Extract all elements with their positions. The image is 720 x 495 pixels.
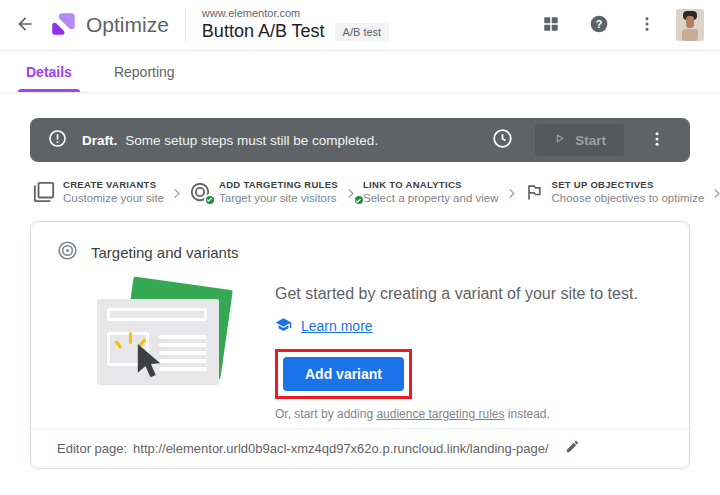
alt-text-prefix: Or, start by adding: [275, 407, 376, 421]
app-header: Optimize www.elementor.com Button A/B Te…: [0, 0, 720, 51]
experiment-type-badge: A/B test: [335, 23, 390, 41]
step-set-up-objectives[interactable]: SET UP OBJECTIVES Choose objectives to o…: [524, 178, 705, 206]
step-title: ADD TARGETING RULES: [219, 178, 338, 192]
alt-text-suffix: instead.: [504, 407, 549, 421]
tab-reporting-label: Reporting: [114, 64, 175, 80]
play-icon: [553, 132, 566, 148]
alert-icon: [48, 129, 67, 152]
header-overflow-menu-button[interactable]: [628, 6, 666, 44]
banner-overflow-menu-button[interactable]: [638, 121, 676, 159]
step-create-variants[interactable]: CREATE VARIANTS Customize your site: [33, 178, 164, 206]
flag-icon: [524, 182, 544, 202]
annotation-highlight-box: Add variant: [275, 349, 412, 399]
schedule-button[interactable]: [483, 121, 521, 159]
back-arrow-icon: [15, 14, 35, 37]
editor-page-footer: Editor page: http://elementor.urld0b9acl…: [31, 428, 689, 468]
chevron-right-icon: [504, 186, 519, 201]
targeting-variants-card: Targeting and variants: [30, 221, 690, 469]
tab-details-label: Details: [26, 64, 72, 80]
learn-more-link[interactable]: Learn more: [301, 318, 373, 334]
editor-page-label: Editor page:: [57, 441, 127, 456]
edit-editor-page-button[interactable]: [563, 437, 582, 459]
app-name: Optimize: [86, 13, 169, 37]
chevron-right-icon: [169, 186, 184, 201]
three-dot-menu-icon: [648, 130, 666, 151]
variant-illustration: [93, 281, 243, 419]
chevron-right-icon: [709, 186, 720, 201]
chevron-right-completed-icon: [343, 186, 358, 201]
header-divider: [185, 8, 186, 42]
editor-page-url: http://elementor.urld0b9acl-xmz4qd97x62o…: [133, 441, 549, 456]
bullseye-icon: [57, 240, 78, 265]
step-title: SET UP OBJECTIVES: [552, 178, 705, 192]
step-subtitle: Select a property and view: [363, 192, 499, 206]
help-icon: ?: [589, 14, 609, 37]
check-badge-icon: [204, 194, 216, 206]
add-variant-button[interactable]: Add variant: [283, 357, 404, 391]
status-badge: Draft.: [82, 133, 117, 148]
svg-text:?: ?: [596, 17, 603, 29]
clock-icon: [492, 128, 513, 152]
step-title: CREATE VARIANTS: [63, 178, 164, 192]
alternative-action-text: Or, start by adding audience targeting r…: [275, 407, 638, 421]
banner-message: Some setup steps must still be completed…: [125, 133, 378, 148]
step-subtitle: Customize your site: [63, 192, 164, 206]
step-add-targeting-rules[interactable]: ADD TARGETING RULES Target your site vis…: [189, 178, 338, 206]
start-button[interactable]: Start: [535, 124, 624, 156]
three-dot-menu-icon: [638, 15, 656, 36]
avatar[interactable]: [676, 9, 704, 41]
tab-details[interactable]: Details: [24, 51, 74, 92]
tab-bar: Details Reporting: [0, 51, 720, 93]
empty-state-headline: Get started by creating a variant of you…: [275, 285, 638, 303]
tab-reporting[interactable]: Reporting: [112, 51, 177, 92]
audience-targeting-rules-link[interactable]: audience targeting rules: [376, 407, 504, 421]
optimize-logo-icon: [48, 10, 78, 40]
illustration-page: [97, 299, 219, 385]
cursor-icon: [135, 344, 163, 386]
step-link-to-analytics[interactable]: LINK TO ANALYTICS Select a property and …: [363, 178, 499, 206]
page-title: Button A/B Test: [202, 20, 325, 43]
copy-pages-icon: [33, 181, 55, 203]
grid-view-button[interactable]: [532, 6, 570, 44]
target-icon: [189, 181, 211, 203]
experiment-title-block: www.elementor.com Button A/B Test A/B te…: [202, 7, 389, 43]
section-title: Targeting and variants: [91, 244, 239, 261]
step-title: LINK TO ANALYTICS: [363, 178, 499, 192]
setup-stepper: CREATE VARIANTS Customize your site ADD …: [33, 178, 687, 206]
help-button[interactable]: ?: [580, 6, 618, 44]
site-url: www.elementor.com: [202, 7, 389, 20]
school-icon: [275, 316, 292, 337]
start-button-label: Start: [575, 133, 606, 148]
status-banner: Draft. Some setup steps must still be co…: [30, 118, 690, 162]
pencil-icon: [565, 439, 580, 457]
step-subtitle: Choose objectives to optimize: [552, 192, 705, 206]
step-subtitle: Target your site visitors: [219, 192, 338, 206]
optimize-app-window: Optimize www.elementor.com Button A/B Te…: [0, 0, 720, 495]
grid-icon: [542, 15, 560, 36]
back-button[interactable]: [6, 6, 44, 44]
